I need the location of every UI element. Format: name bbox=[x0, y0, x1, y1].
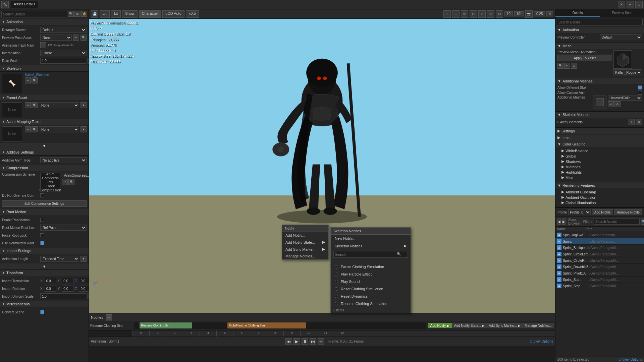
maximize-icon[interactable]: □ bbox=[635, 1, 643, 8]
ab-forward-btn[interactable]: ▶ bbox=[562, 219, 566, 225]
allow-diff-ske-checkbox[interactable] bbox=[638, 85, 642, 89]
anim-length-select[interactable]: Exported Time bbox=[40, 256, 79, 262]
force-root-checkbox[interactable] bbox=[40, 233, 44, 237]
vp-fov[interactable]: 10 bbox=[504, 11, 513, 16]
add-profile-btn[interactable]: Add Profile bbox=[592, 209, 613, 215]
left-lock-btn[interactable]: 🔒 bbox=[81, 11, 87, 17]
import-trans-z[interactable] bbox=[79, 278, 89, 284]
resume-clothing-item[interactable]: Resume Clothing Simulation bbox=[331, 300, 411, 307]
rp-lens-header[interactable]: ▶ Lens bbox=[555, 134, 644, 141]
interpolation-select[interactable]: Linear bbox=[40, 50, 87, 56]
asset-mapping-header[interactable]: ▼ Asset Mapping Table bbox=[0, 119, 89, 125]
transform-header[interactable]: ▼ Transform bbox=[0, 270, 89, 276]
allow-custom-anim-checkbox[interactable] bbox=[638, 90, 642, 95]
vp-tool5[interactable]: ⊕ bbox=[478, 10, 486, 18]
profile-select[interactable]: Profile_0 bbox=[568, 209, 590, 215]
use-normalized-checkbox[interactable] bbox=[40, 241, 44, 245]
remove-profile-btn[interactable]: Remove Profile bbox=[614, 209, 642, 215]
compress-reset[interactable]: ↩ bbox=[62, 179, 68, 185]
track-bar-area[interactable]: Resume Clothing Sim RightPlant...e Cloth… bbox=[134, 322, 426, 329]
vp-tool4[interactable]: ⊙ bbox=[470, 10, 477, 18]
tl-prev-btn[interactable]: ⏮ bbox=[285, 338, 292, 345]
skeleton-notifies-item[interactable]: Skeleton Notifies▶ bbox=[331, 242, 411, 250]
mesh-reset-btn[interactable]: ↩ bbox=[564, 63, 570, 69]
additional-meshes-select[interactable]: UnsavedColle... bbox=[608, 96, 642, 101]
import-trans-y[interactable] bbox=[62, 278, 73, 284]
ab-item-2[interactable]: A Sprint_Backpedal /Game/ParagonKi... bbox=[555, 245, 644, 251]
import-trans-x[interactable] bbox=[45, 278, 56, 284]
additive-anim-type-select[interactable]: No additive bbox=[40, 157, 87, 163]
ab-item-3[interactable]: A Sprint_CircleLeft /Game/ParagonKi... bbox=[555, 251, 644, 257]
ab-search-btn[interactable]: 🔍 bbox=[641, 219, 644, 225]
preview-controller-select[interactable]: Default bbox=[600, 34, 642, 40]
details-tab[interactable]: Details bbox=[555, 9, 600, 17]
right-search-input[interactable] bbox=[557, 19, 643, 25]
ab-search-input[interactable] bbox=[594, 219, 640, 225]
vp-layer[interactable]: 4 bbox=[546, 11, 553, 16]
expand-btn2[interactable]: ▼ bbox=[0, 263, 89, 270]
add-notify-btn[interactable]: + bbox=[106, 314, 112, 320]
tl-next-btn[interactable]: ⏭ bbox=[310, 338, 316, 345]
rp-skeletal-meshes-header[interactable]: ▼ Skeletal Meshes bbox=[555, 112, 644, 118]
add-notify-sub-item[interactable]: Add Notify... bbox=[282, 232, 328, 239]
root-lock-select[interactable]: Ref Pose bbox=[40, 225, 87, 231]
skeleton-section-header[interactable]: ▼ Skeleton bbox=[0, 65, 89, 72]
ab-back-btn[interactable]: ◀ bbox=[557, 219, 561, 225]
animation-section-header[interactable]: ▼ Animation bbox=[0, 19, 89, 25]
rate-scale-input[interactable] bbox=[40, 58, 86, 64]
vp-tool1[interactable]: ↕ bbox=[443, 10, 451, 18]
mapping-reset[interactable]: ↩ bbox=[25, 126, 31, 132]
parent-asset-header[interactable]: ▼ Parent Asset bbox=[0, 95, 89, 101]
expand-btn[interactable]: ▼ bbox=[0, 143, 89, 149]
left-search-input[interactable] bbox=[1, 11, 67, 17]
root-motion-header[interactable]: ▼ Root Motion bbox=[0, 209, 89, 215]
ab-item-1[interactable]: A Sprint /Game/Paragon... bbox=[555, 238, 644, 245]
edit-compression-btn[interactable]: Edit Compression Settings bbox=[2, 200, 87, 207]
highlights-item[interactable]: ▶Highlights bbox=[557, 170, 642, 174]
mapping-find[interactable]: 🔍 bbox=[32, 126, 38, 132]
tab-asset-details[interactable]: Asset Details bbox=[10, 1, 39, 8]
ab-item-5[interactable]: A Sprint_Downhill2 /Game/ParagonKi... bbox=[555, 264, 644, 270]
skeletal-add-btn[interactable]: + bbox=[629, 119, 635, 125]
preview-pose-reset[interactable]: ↩ bbox=[73, 35, 79, 41]
parent-expand[interactable]: ▼ bbox=[80, 102, 87, 108]
tl-loop-btn[interactable]: ↩ bbox=[318, 338, 324, 345]
reset-clothing-item[interactable]: Reset Clothing Simulation bbox=[331, 285, 411, 293]
lod-auto-btn[interactable]: LOD Auto bbox=[162, 10, 184, 18]
tl-pause-btn[interactable]: ⏸ bbox=[302, 338, 308, 345]
vp-camera[interactable]: 📷 bbox=[525, 10, 533, 18]
notify-marker-2[interactable]: RightPlant...e Clothing Sim bbox=[227, 322, 306, 328]
add-mesh-btn[interactable]: ↩ bbox=[608, 101, 614, 107]
new-notify-item[interactable]: New Notify... bbox=[331, 235, 411, 242]
global-illumination-item[interactable]: ▶Global Illumination bbox=[557, 200, 642, 205]
rp-additional-meshes-header[interactable]: ▼ Additional Meshes bbox=[555, 78, 644, 84]
mapping-expand[interactable]: ▼ bbox=[80, 126, 87, 132]
skeletal-del-btn[interactable]: 🗑 bbox=[636, 119, 642, 125]
preview-pose-find[interactable]: 🔍 bbox=[80, 35, 87, 41]
vp-tool2[interactable]: ↔ bbox=[452, 10, 460, 18]
import-rot-x[interactable] bbox=[45, 286, 56, 292]
pause-clothing-sim-item[interactable]: Pause Clothing Simulation bbox=[331, 263, 411, 270]
white-balance-item[interactable]: ▶WhiteBalance bbox=[557, 148, 642, 153]
vp-tool3[interactable]: ⟳ bbox=[461, 10, 468, 18]
ambient-occlusion-item[interactable]: ▶Ambient Occlusion bbox=[557, 195, 642, 199]
notify-marker-1[interactable]: Resume Clothing Sim bbox=[140, 322, 192, 328]
tl-play-btn[interactable]: ▶ bbox=[293, 338, 300, 345]
misc-header[interactable]: ▼ Miscellaneous bbox=[0, 301, 89, 307]
view-options-btn[interactable]: ⊙ View Options bbox=[530, 340, 553, 343]
vp-tool6[interactable]: ⊞ bbox=[487, 10, 494, 18]
reset-dynamics-item[interactable]: Reset Dynamics bbox=[331, 293, 411, 300]
ab-item-7[interactable]: A Sprint_Start /Game/ParagonKi... bbox=[555, 277, 644, 283]
import-scale-input[interactable] bbox=[40, 293, 86, 299]
play-sound-item[interactable]: Play Sound bbox=[331, 278, 411, 285]
parent-select[interactable]: None bbox=[39, 102, 79, 108]
enable-root-checkbox[interactable] bbox=[40, 218, 44, 222]
compress-select[interactable]: AnimCompress... bbox=[62, 173, 89, 178]
sync-marker-btn[interactable]: Add Sync Marker... ▶ bbox=[487, 323, 523, 328]
left-view-btn[interactable]: ⊞ bbox=[74, 11, 80, 17]
rp-color-grading-header[interactable]: ▼ Color Grading bbox=[555, 141, 644, 147]
convert-scene-checkbox[interactable] bbox=[40, 310, 44, 314]
compression-header[interactable]: ▼ Compression bbox=[0, 165, 89, 171]
apply-to-asset-btn[interactable]: Apply To Asset bbox=[557, 55, 612, 61]
play-particle-item[interactable]: Play Particle Effect bbox=[331, 270, 411, 278]
